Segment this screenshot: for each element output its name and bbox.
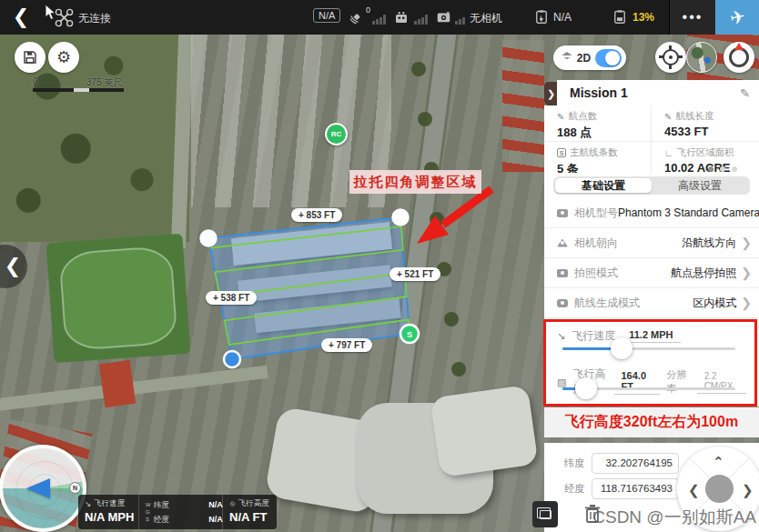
watermark: CSDN @一别如斯AA: [592, 506, 756, 529]
resolution-label: 分辨率: [666, 368, 690, 396]
aircraft-battery-value: N/A: [553, 11, 572, 24]
tab-advanced-settings[interactable]: 高级设置: [652, 178, 748, 193]
speed-value[interactable]: 11.2 MPH: [622, 329, 680, 343]
save-button[interactable]: [15, 42, 46, 73]
stats-page-dots[interactable]: [708, 166, 737, 172]
stat-route-length: ✎航线长度 4533 FT: [652, 105, 759, 142]
edge-distance-label-top[interactable]: + 853 FT: [291, 208, 342, 222]
nudge-right-button[interactable]: ❯: [742, 482, 754, 498]
compass-reset-button[interactable]: [724, 42, 754, 73]
row-camera-model[interactable]: 相机型号 Phantom 3 Standard Camera ❯: [544, 198, 759, 228]
telemetry-lng: N/A: [208, 515, 223, 526]
row-camera-heading[interactable]: 相机朝向 沿航线方向 ❯: [544, 228, 759, 258]
satellite-icon: [348, 9, 364, 25]
latitude-input[interactable]: 32.202764195: [592, 453, 679, 474]
more-menu-button[interactable]: •••: [669, 0, 715, 35]
map-building: [238, 265, 392, 302]
camera-status: 无相机: [470, 11, 502, 26]
altitude-slider[interactable]: [562, 387, 735, 390]
edge-distance-label-right[interactable]: + 521 FT: [390, 267, 440, 281]
layers-icon: [540, 510, 552, 519]
settings-list: 相机型号 Phantom 3 Standard Camera ❯ 相机朝向 沿航…: [544, 198, 759, 320]
locate-icon: [663, 49, 679, 65]
takeoff-plane-icon: ✈: [727, 5, 746, 30]
locate-me-button[interactable]: [655, 42, 686, 73]
map-tree: [451, 362, 466, 376]
map-building-white: [430, 385, 538, 477]
aircraft-battery-icon: [533, 8, 550, 25]
speed-slider-thumb[interactable]: [611, 337, 632, 359]
device-battery-value: 13%: [632, 11, 654, 24]
back-button[interactable]: ❮: [7, 0, 35, 35]
map-building-red: [99, 360, 136, 407]
map-layers-button[interactable]: [532, 501, 558, 527]
panel-collapse-tab[interactable]: ❯: [544, 82, 558, 105]
edge-distance-label-bottom[interactable]: + 797 FT: [321, 338, 372, 352]
layers-icon: [562, 52, 572, 65]
telemetry-lat: N/A: [208, 500, 223, 511]
altitude-value[interactable]: 164.0 FT: [614, 370, 661, 395]
gear-icon: ⚙: [56, 47, 71, 67]
north-indicator: N: [69, 482, 81, 494]
route-length-icon: ✎: [664, 112, 672, 122]
altitude-icon: ▨: [557, 376, 566, 388]
altitude-slider-thumb[interactable]: [575, 377, 597, 399]
waypoint-icon: ✎: [557, 112, 564, 122]
edit-mission-icon[interactable]: ✎: [740, 86, 750, 100]
chevron-right-icon: ❯: [741, 296, 752, 310]
takeoff-button[interactable]: ✈: [715, 0, 759, 35]
minimap-button[interactable]: [686, 42, 717, 73]
settings-button[interactable]: ⚙: [48, 42, 79, 73]
ellipsis-icon: •••: [683, 9, 703, 25]
save-icon: [22, 49, 38, 65]
longitude-input[interactable]: 118.716763493: [592, 478, 679, 499]
nudge-left-button[interactable]: ❮: [688, 482, 700, 498]
compass-icon: [729, 47, 749, 67]
camera-icon: [435, 9, 452, 25]
altitude-note: 飞行高度320ft左右为100m: [544, 407, 759, 437]
mouse-cursor: [45, 4, 57, 22]
mission-header: Mission 1 ✎: [557, 80, 759, 105]
dpad-center-button[interactable]: [705, 475, 734, 503]
chevron-right-icon: ❯: [741, 266, 752, 280]
rc-signal-bars: [414, 15, 428, 25]
2d-toggle-switch[interactable]: [595, 49, 622, 67]
map-mode-toggle[interactable]: 2D: [553, 45, 626, 70]
chevron-right-icon: ❯: [547, 88, 555, 100]
shutter-icon: [557, 269, 568, 277]
speed-slider[interactable]: [562, 347, 735, 350]
mission-stats: ✎航点数 188 点 ✎航线长度 4533 FT S主航线条数 5 条 ∟飞行区…: [544, 105, 759, 173]
map-building: [254, 298, 400, 334]
gps-signal-bars: [372, 15, 386, 25]
rc-home-marker: RC: [325, 123, 348, 146]
stat-waypoints: ✎航点数 188 点: [544, 105, 652, 142]
latitude-label: 纬度: [564, 457, 584, 470]
tab-basic-settings[interactable]: 基础设置: [555, 178, 652, 193]
top-status-bar: ❮ 无连接 N/A 0 无相机 N/A 13% ••• ✈: [0, 0, 759, 35]
chevron-left-icon: ❮: [5, 255, 21, 278]
map-buildings-red: [502, 40, 544, 172]
map-tree: [411, 62, 426, 76]
telemetry-speed: N/A MPH: [85, 510, 132, 524]
edge-distance-label-left[interactable]: + 538 FT: [206, 291, 257, 305]
settings-tabs: 基础设置 高级设置: [544, 173, 759, 198]
map-sports-field: [46, 234, 191, 363]
row-route-mode[interactable]: 航线生成模式 区内模式 ❯: [544, 288, 759, 318]
telemetry-altitude: N/A FT: [229, 510, 270, 524]
map-2d-label: 2D: [577, 52, 591, 65]
remote-controller-icon: [393, 9, 410, 25]
heading-icon: [557, 239, 568, 247]
camera-signal-bars: [455, 15, 465, 25]
scale-label: 375 英尺: [86, 76, 122, 89]
row-capture-mode[interactable]: 拍照模式 航点悬停拍照 ❯: [544, 258, 759, 288]
map-road: [0, 366, 268, 411]
flight-sliders: ↘ 飞行速度 11.2 MPH ▨ 飞行高度 164.0 FT 分辨率 2.2 …: [544, 320, 759, 407]
map-tree: [430, 212, 444, 226]
wgs-label: WGS: [146, 501, 151, 529]
device-battery-icon: [612, 8, 628, 25]
map-tree: [444, 312, 459, 326]
flight-mode-badge: N/A: [313, 8, 340, 23]
tutorial-annotation: 拉托四角调整区域: [349, 170, 481, 194]
nudge-up-button[interactable]: ⌃: [713, 454, 724, 470]
connection-status: 无连接: [78, 11, 111, 26]
